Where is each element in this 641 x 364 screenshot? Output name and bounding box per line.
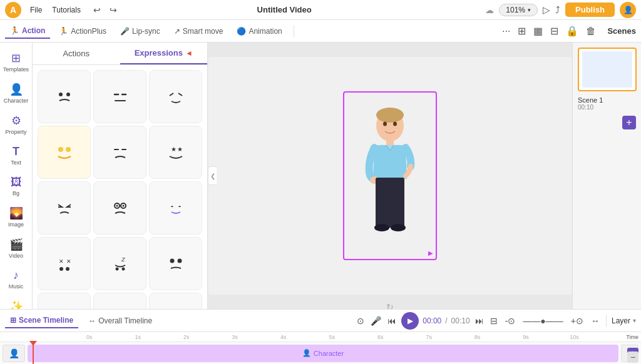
character-icon: 👤 [9,83,23,96]
sidebar-item-video[interactable]: 🎬 Video [2,234,31,263]
tab-expressions[interactable]: Expressions ◄ [120,43,208,64]
focus-icon[interactable]: ⊙ [356,315,366,327]
expression-item[interactable] [38,70,91,123]
sidebar-icons: ⊞ Templates 👤 Character ⚙ Property T Tex… [0,43,33,309]
tab-animation[interactable]: 🔵 Animation [232,24,287,38]
share-icon[interactable]: ⤴ [555,4,560,15]
overall-timeline-tab[interactable]: ↔ Overall Timeline [83,314,157,328]
sidebar-item-property[interactable]: ⚙ Property [2,110,31,139]
menu-bar: File Tutorials [26,4,85,16]
topbar-cloud-area: ☁ [485,5,494,15]
trash-icon[interactable]: 🗑 [583,24,598,38]
character-thumb-icon: 👤 [9,348,19,358]
step-back-icon[interactable]: ⏮ [386,315,397,327]
sidebar-item-image[interactable]: 🌄 Image [2,203,31,231]
step-forward-icon[interactable]: ⏭ [474,315,485,327]
actionplus-label: ActionPlus [71,27,106,36]
expression-item[interactable] [149,70,202,123]
scene-timeline-tab[interactable]: ⊞ Scene Timeline [5,313,78,328]
time-separator: / [445,316,447,325]
panel-toggle-button[interactable]: ❮ [208,166,217,185]
tab-lipsync[interactable]: 🎤 Lip-sync [115,24,165,38]
action-icon: 🏃 [10,26,19,35]
sidebar-item-bg[interactable]: 🖼 Bg [2,172,31,200]
expression-item[interactable] [93,293,146,309]
ruler-mark-5: 5s [307,334,356,340]
video-icon: 🎬 [9,238,23,251]
expression-item[interactable] [93,70,146,123]
expression-item[interactable] [149,181,202,235]
tab-actionplus[interactable]: 🏃 ActionPlus [54,24,111,38]
lock-icon[interactable]: 🔒 [563,24,581,38]
expression-item[interactable] [38,293,91,309]
scene-timeline-label: Scene Timeline [19,316,73,325]
overall-timeline-label: Overall Timeline [98,316,152,325]
play-button[interactable]: ▶ [401,312,419,330]
play-in-frame-icon[interactable]: ▶ [428,250,433,256]
cloud-icon[interactable]: ☁ [485,5,494,15]
ruler-mark-1: 1s [113,334,162,340]
sidebar-item-text[interactable]: T Text [2,141,31,169]
panel-tabs: Actions Expressions ◄ [33,43,207,65]
sidebar-item-music[interactable]: ♪ Music [2,265,31,293]
expression-item[interactable] [38,181,91,235]
scene-1-time: 00:10 [578,104,636,111]
avatar[interactable]: 👤 [620,2,636,18]
play-preview-icon[interactable]: ▷ [543,4,550,16]
playhead[interactable] [33,342,34,364]
templates-label: Templates [3,66,29,73]
main-layout: ⊞ Templates 👤 Character ⚙ Property T Tex… [0,43,641,309]
zoom-in-icon[interactable]: +⊙ [570,315,585,327]
publish-button[interactable]: Publish [565,3,615,17]
menu-tutorials[interactable]: Tutorials [48,4,85,16]
layer-selector[interactable]: Layer ▾ [612,316,636,325]
lipsync-label: Lip-sync [132,27,160,36]
canvas-area: ❮ [208,43,572,309]
character-track-bar[interactable]: 👤 Character [28,345,618,362]
tab-action[interactable]: 🏃 Action [5,24,50,39]
templates-icon: ⊞ [11,51,21,65]
columns-icon[interactable]: ⊞ [515,24,528,38]
expression-item[interactable] [149,237,202,290]
expression-item[interactable] [38,126,91,179]
sidebar-item-effect[interactable]: ✨ Effect [2,296,31,309]
captions-icon[interactable]: ⊟ [489,315,499,327]
image-icon: 🌄 [9,206,23,220]
music-label: Music [9,283,24,290]
scene-thumb-inner [582,51,632,88]
expression-item[interactable]: ★ ★ [149,126,202,179]
refresh-icon[interactable]: ↻ [386,302,394,309]
character-frame[interactable]: ▶ [343,91,437,260]
expression-item[interactable] [93,126,146,179]
text-label: Text [11,159,21,166]
remove-track-button[interactable]: − [627,351,638,363]
smartmove-icon: ↗ [174,27,180,36]
sidebar-item-character[interactable]: 👤 Character [2,79,31,108]
table-icon[interactable]: ⊟ [548,24,561,38]
actionplus-icon: 🏃 [59,27,68,36]
zoom-out-icon[interactable]: -⊙ [504,315,517,327]
app-logo[interactable]: A [5,2,21,18]
timeline-zoom-bar[interactable]: ——●—— [521,315,564,327]
expression-item[interactable] [93,181,146,235]
expression-item[interactable]: ✕ ✕ [38,237,91,290]
tab-smartmove[interactable]: ↗ Smart move [169,24,228,38]
timeline-controls: ⊞ Scene Timeline ↔ Overall Timeline ⊙ 🎤 … [0,310,641,332]
ruler-mark-2: 2s [162,334,210,340]
expression-item[interactable] [149,293,202,309]
fit-icon[interactable]: ↔ [590,315,601,327]
scene-1-thumbnail[interactable] [578,48,637,91]
menu-file[interactable]: File [26,4,46,16]
expression-item[interactable]: Z [93,237,146,290]
zoom-control[interactable]: 101% [499,4,538,16]
more-icon[interactable]: ··· [500,24,513,38]
svg-point-6 [66,147,71,152]
add-scene-button[interactable]: + [622,116,636,129]
grid-icon[interactable]: ▦ [531,24,545,38]
sidebar-item-templates[interactable]: ⊞ Templates [2,48,31,76]
scene-1-label: Scene 1 [578,96,636,104]
timeline-playback-controls: ⊙ 🎤 ⏮ ▶ 00:00 / 00:10 ⏭ ⊟ [356,312,498,330]
svg-point-20 [115,267,118,270]
mic-icon[interactable]: 🎤 [369,315,382,327]
tab-actions[interactable]: Actions [33,43,120,64]
